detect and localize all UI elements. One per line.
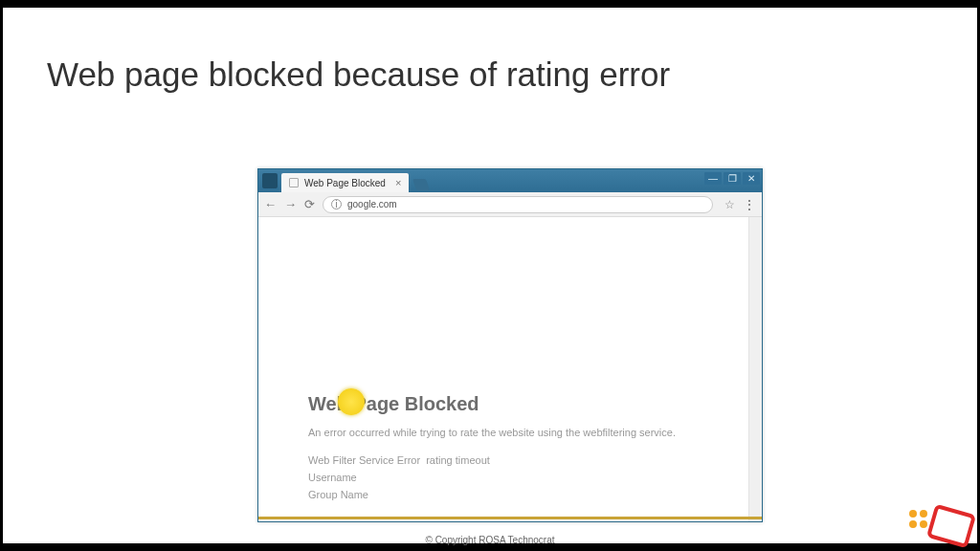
browser-tab[interactable]: Web Page Blocked × [281,173,409,192]
window-controls: — ❐ ✕ [704,172,760,185]
vertical-scrollbar[interactable] [748,217,762,521]
brand-logo [907,494,974,545]
divider-line [258,517,762,519]
info-value: rating timeout [426,454,490,466]
logo-frame-icon [926,504,976,549]
info-label: Group Name [308,489,368,500]
close-tab-icon[interactable]: × [395,178,401,188]
info-row: Group Name [308,489,720,500]
blocked-message: An error occurred while trying to rate t… [308,425,720,441]
site-info-icon[interactable]: i [331,199,342,209]
tab-title: Web Page Blocked [304,178,386,188]
blocked-panel: Web Page Blocked An error occurred while… [308,393,720,506]
browser-toolbar: ← → ⟳ i google.com ☆ ⋮ [258,192,762,217]
browser-window: Web Page Blocked × — ❐ ✕ ← → ⟳ i google.… [257,168,763,522]
copyright-text: © Copyright ROSA Technocrat [425,535,554,545]
url-text: google.com [347,199,397,209]
minimize-button[interactable]: — [704,172,722,185]
info-label: Web Filter Service Error [308,454,420,466]
cursor-highlight-icon [338,388,365,415]
info-row: Username [308,472,720,483]
logo-dots-icon [909,510,927,528]
bookmark-icon[interactable]: ☆ [724,198,735,211]
page-viewport: Web Page Blocked An error occurred while… [258,217,762,521]
info-row: Web Filter Service Error rating timeout [308,454,720,466]
favicon-icon [289,178,299,187]
slide: Web page blocked because of rating error… [3,8,977,543]
new-tab-button[interactable] [412,179,430,190]
browser-titlebar: Web Page Blocked × — ❐ ✕ [258,169,762,192]
info-label: Username [308,472,357,483]
app-icon [262,173,278,188]
close-window-button[interactable]: ✕ [743,172,760,185]
browser-menu-icon[interactable]: ⋮ [743,198,756,211]
slide-title: Web page blocked because of rating error [47,55,670,94]
back-button[interactable]: ← [264,198,277,210]
blocked-heading: Web Page Blocked [308,393,720,415]
maximize-button[interactable]: ❐ [724,172,741,185]
forward-button[interactable]: → [284,198,297,210]
reload-button[interactable]: ⟳ [304,198,315,210]
address-bar[interactable]: i google.com [323,196,713,213]
